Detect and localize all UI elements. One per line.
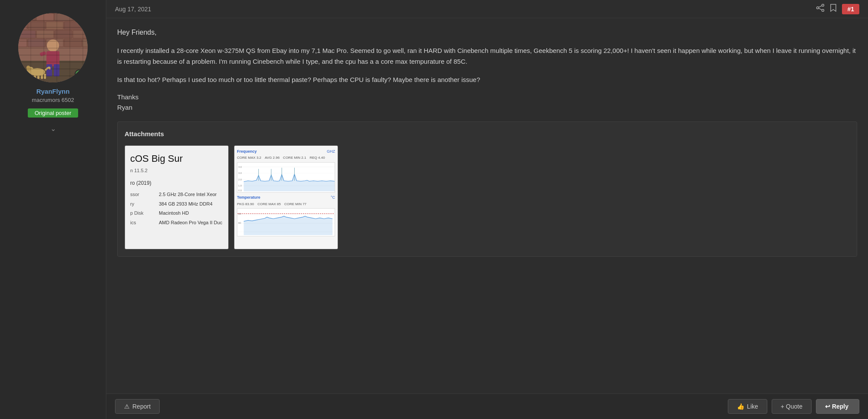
- post-header: Aug 17, 2021 #1: [106, 0, 868, 18]
- spec-processor: ssor 2.5 GHz 28-Core Intel Xeor: [130, 191, 223, 199]
- svg-rect-12: [55, 30, 72, 38]
- cpu-temperature-section: Temperature °C PKG 83.90 CORE MAX 85 COR…: [237, 194, 335, 236]
- bookmark-icon[interactable]: [830, 3, 837, 14]
- post-header-actions: #1: [816, 3, 859, 14]
- svg-rect-24: [39, 51, 46, 56]
- online-badge-icon: ●: [78, 71, 81, 77]
- svg-point-33: [822, 10, 824, 12]
- svg-rect-5: [18, 22, 27, 29]
- username[interactable]: RyanFlynn: [36, 88, 70, 95]
- cpu-freq-stats: CORE MAX 3.2 AVG 2.96 CORE MIN 2.1 REQ 4…: [237, 155, 335, 161]
- svg-text:2.0: 2.0: [238, 178, 242, 181]
- cpu-freq-chart: 4.0 3.0 2.0 1.0 0.0: [237, 162, 335, 193]
- attachment-mac-info[interactable]: cOS Big Sur n 11.5.2 ro (2019) ssor 2.5 …: [125, 145, 229, 249]
- cpu-temp-chart: 80 60: [237, 208, 335, 236]
- cpu-temp-stats: PKG 83.90 CORE MAX 85 CORE MIN 77: [237, 202, 335, 207]
- svg-rect-8: [64, 22, 82, 29]
- report-button[interactable]: ⚠ Report: [115, 399, 160, 414]
- svg-text:60: 60: [238, 222, 241, 224]
- svg-rect-2: [36, 13, 54, 21]
- avatar: ●: [18, 13, 88, 82]
- svg-rect-21: [46, 51, 59, 66]
- svg-rect-4: [73, 13, 88, 21]
- online-badge: ●: [75, 69, 84, 79]
- svg-rect-13: [73, 30, 88, 38]
- spec-disk: p Disk Macintosh HD: [130, 210, 223, 217]
- like-button[interactable]: 👍 Like: [728, 399, 767, 414]
- temp-label: Temperature: [237, 194, 260, 200]
- reply-button[interactable]: ↩ Reply: [816, 399, 859, 414]
- svg-rect-23: [54, 64, 59, 76]
- svg-rect-11: [36, 30, 54, 38]
- svg-rect-16: [46, 39, 63, 47]
- freq-unit: GHZ: [327, 148, 335, 154]
- post-greeting: Hey Friends,: [117, 27, 857, 38]
- svg-text:4.0: 4.0: [238, 166, 242, 168]
- cpu-frequency-section: Frequency GHZ CORE MAX 3.2 AVG 2.96 CORE…: [237, 148, 335, 193]
- warning-icon: ⚠: [124, 403, 130, 410]
- svg-line-36: [819, 8, 822, 10]
- op-badge: Original poster: [28, 108, 79, 118]
- svg-point-20: [47, 39, 59, 52]
- svg-rect-29: [41, 74, 43, 79]
- mac-model: ro (2019): [130, 179, 223, 187]
- post-date: Aug 17, 2021: [115, 6, 151, 13]
- svg-line-35: [819, 6, 822, 7]
- svg-rect-30: [44, 74, 46, 79]
- spec-graphics: ics AMD Radeon Pro Vega II Duc: [130, 219, 223, 227]
- svg-rect-28: [37, 74, 39, 79]
- attachments-section: Attachments cOS Big Sur n 11.5.2 ro (201…: [117, 121, 857, 257]
- footer-left-actions: ⚠ Report: [115, 399, 160, 414]
- svg-rect-3: [55, 13, 72, 21]
- freq-label: Frequency: [237, 148, 257, 154]
- svg-point-34: [817, 7, 819, 9]
- temp-unit: °C: [331, 194, 335, 200]
- quote-button[interactable]: + Quote: [772, 399, 812, 414]
- macos-name: cOS Big Sur: [130, 151, 223, 166]
- svg-rect-9: [82, 22, 88, 29]
- svg-point-26: [27, 67, 34, 74]
- svg-text:1.0: 1.0: [238, 185, 242, 187]
- svg-rect-7: [46, 22, 63, 29]
- macos-version: n 11.5.2: [130, 167, 223, 175]
- post-number-badge: #1: [842, 4, 859, 14]
- attachments-grid: cOS Big Sur n 11.5.2 ro (2019) ssor 2.5 …: [125, 145, 850, 249]
- post-paragraph-2: Is that too hot? Perhaps I used too much…: [117, 74, 857, 85]
- share-icon[interactable]: [816, 4, 825, 14]
- svg-rect-15: [28, 39, 45, 47]
- post-signature: Thanks Ryan: [117, 92, 857, 113]
- svg-rect-22: [46, 64, 52, 76]
- svg-rect-10: [18, 30, 36, 38]
- attachments-title: Attachments: [125, 129, 850, 139]
- svg-rect-14: [18, 39, 27, 47]
- svg-text:0.0: 0.0: [238, 189, 242, 192]
- post-footer: ⚠ Report 👍 Like + Quote ↩ Reply: [106, 393, 868, 419]
- spec-memory: ry 384 GB 2933 MHz DDR4: [130, 200, 223, 208]
- post-body: Hey Friends, I recently installed a 28-c…: [106, 18, 868, 393]
- svg-rect-6: [28, 22, 45, 29]
- svg-rect-17: [64, 39, 82, 47]
- post-paragraph-1: I recently installed a 28-core Xeon w-32…: [117, 45, 857, 67]
- svg-point-31: [26, 65, 32, 72]
- svg-rect-1: [18, 13, 36, 21]
- svg-rect-27: [34, 74, 36, 79]
- attachment-cpu-monitor[interactable]: Frequency GHZ CORE MAX 3.2 AVG 2.96 CORE…: [234, 145, 338, 249]
- expand-user-info-button[interactable]: ⌄: [50, 124, 56, 133]
- svg-text:3.0: 3.0: [238, 172, 242, 175]
- svg-point-32: [822, 4, 824, 7]
- user-sidebar: ● RyanFlynn macrumors 6502 Original post…: [0, 0, 106, 419]
- footer-right-actions: 👍 Like + Quote ↩ Reply: [728, 399, 859, 414]
- svg-rect-18: [82, 39, 88, 47]
- user-rank: macrumors 6502: [32, 97, 74, 103]
- post-content: Aug 17, 2021 #1: [106, 0, 868, 419]
- svg-point-25: [30, 68, 45, 76]
- thumbs-up-icon: 👍: [737, 403, 744, 410]
